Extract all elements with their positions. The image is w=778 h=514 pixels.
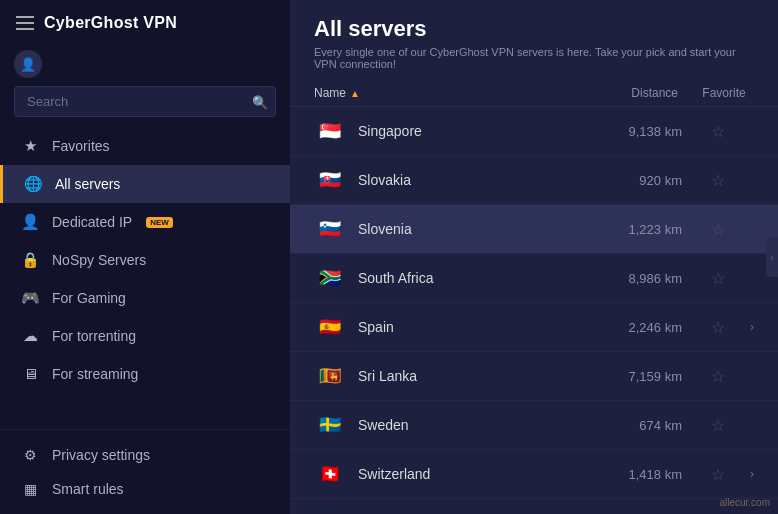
sidebar-nav: ★Favorites🌐All servers👤Dedicated IPNEW🔒N… [0, 127, 290, 429]
sidebar-item-label-streaming: For streaming [52, 366, 138, 382]
server-distance: 7,159 km [608, 369, 698, 384]
favorite-star[interactable]: ☆ [698, 416, 738, 435]
sidebar-item-dedicated-ip[interactable]: 👤Dedicated IPNEW [0, 203, 290, 241]
nospy-icon: 🔒 [20, 251, 40, 269]
flag-slovenia: 🇸🇮 [314, 213, 346, 245]
favorite-star[interactable]: ☆ [698, 122, 738, 141]
server-distance: 674 km [608, 418, 698, 433]
flag-sri-lanka: 🇱🇰 [314, 360, 346, 392]
profile-icon[interactable]: 👤 [14, 50, 42, 78]
sidebar-item-all-servers[interactable]: 🌐All servers [0, 165, 290, 203]
main-subtitle: Every single one of our CyberGhost VPN s… [314, 46, 754, 70]
sidebar-item-gaming[interactable]: 🎮For Gaming [0, 279, 290, 317]
sidebar-item-nospy[interactable]: 🔒NoSpy Servers [0, 241, 290, 279]
sidebar-footer-item-privacy-settings[interactable]: ⚙Privacy settings [0, 438, 290, 472]
sidebar-item-label-torrenting: For torrenting [52, 328, 136, 344]
favorite-star[interactable]: ☆ [698, 220, 738, 239]
sidebar-footer: ⚙Privacy settings▦Smart rules [0, 429, 290, 514]
server-row[interactable]: 🇸🇪Sweden674 km☆ [290, 401, 778, 450]
flag-switzerland: 🇨🇭 [314, 458, 346, 490]
expand-arrow[interactable]: › [738, 467, 754, 481]
sidebar-item-label-gaming: For Gaming [52, 290, 126, 306]
smart-rules-icon1: ▦ [20, 481, 40, 497]
sidebar-item-streaming[interactable]: 🖥For streaming [0, 355, 290, 392]
app-title: CyberGhost VPN [44, 14, 177, 32]
privacy-settings-icon1: ⚙ [20, 447, 40, 463]
server-row[interactable]: 🇹🇼Taiwan8,131 km☆ [290, 499, 778, 514]
server-name: Switzerland [358, 466, 608, 482]
sidebar-item-torrenting[interactable]: ☁For torrenting [0, 317, 290, 355]
favorite-star[interactable]: ☆ [698, 269, 738, 288]
sidebar-item-label-nospy: NoSpy Servers [52, 252, 146, 268]
table-header: Name ▲ Distance Favorite [290, 80, 778, 107]
main-header: All servers Every single one of our Cybe… [290, 0, 778, 80]
favorite-star[interactable]: ☆ [698, 318, 738, 337]
streaming-icon: 🖥 [20, 365, 40, 382]
server-name: Slovakia [358, 172, 608, 188]
dedicated-ip-icon: 👤 [20, 213, 40, 231]
expand-arrow[interactable]: › [738, 320, 754, 334]
server-name: Sri Lanka [358, 368, 608, 384]
sidebar: CyberGhost VPN 👤 🔍 ★Favorites🌐All server… [0, 0, 290, 514]
server-name: Singapore [358, 123, 608, 139]
gaming-icon: 🎮 [20, 289, 40, 307]
server-row[interactable]: 🇨🇭Switzerland1,418 km☆› [290, 450, 778, 499]
flag-spain: 🇪🇸 [314, 311, 346, 343]
favorite-star[interactable]: ☆ [698, 465, 738, 484]
sidebar-item-label-all-servers: All servers [55, 176, 120, 192]
main-title: All servers [314, 16, 754, 42]
server-row[interactable]: 🇸🇮Slovenia1,223 km☆ [290, 205, 778, 254]
col-name-label: Name [314, 86, 346, 100]
menu-icon[interactable] [16, 16, 34, 30]
favorites-icon: ★ [20, 137, 40, 155]
search-icon: 🔍 [252, 94, 268, 109]
all-servers-icon: 🌐 [23, 175, 43, 193]
footer-item-label-smart-rules: Smart rules [52, 481, 124, 497]
flag-sweden: 🇸🇪 [314, 409, 346, 441]
server-distance: 2,246 km [608, 320, 698, 335]
server-row[interactable]: 🇸🇰Slovakia920 km☆ [290, 156, 778, 205]
server-distance: 9,138 km [608, 124, 698, 139]
flag-taiwan: 🇹🇼 [314, 507, 346, 514]
col-favorite-header: Favorite [694, 86, 754, 100]
favorite-star[interactable]: ☆ [698, 367, 738, 386]
torrenting-icon: ☁ [20, 327, 40, 345]
side-panel-handle[interactable]: › [766, 237, 778, 277]
sidebar-footer-item-smart-rules[interactable]: ▦Smart rules [0, 472, 290, 506]
flag-slovakia: 🇸🇰 [314, 164, 346, 196]
favorite-star[interactable]: ☆ [698, 171, 738, 190]
server-row[interactable]: 🇸🇬Singapore9,138 km☆ [290, 107, 778, 156]
sidebar-item-favorites[interactable]: ★Favorites [0, 127, 290, 165]
sidebar-item-label-dedicated-ip: Dedicated IP [52, 214, 132, 230]
col-name-header[interactable]: Name ▲ [314, 86, 604, 100]
main-content: All servers Every single one of our Cybe… [290, 0, 778, 514]
server-name: South Africa [358, 270, 608, 286]
server-distance: 920 km [608, 173, 698, 188]
server-distance: 8,986 km [608, 271, 698, 286]
flag-south-africa: 🇿🇦 [314, 262, 346, 294]
server-name: Slovenia [358, 221, 608, 237]
server-row[interactable]: 🇪🇸Spain2,246 km☆› [290, 303, 778, 352]
sidebar-search: 🔍 [14, 86, 276, 117]
col-distance-header: Distance [604, 86, 694, 100]
server-list: 🇸🇬Singapore9,138 km☆🇸🇰Slovakia920 km☆🇸🇮S… [290, 107, 778, 514]
server-distance: 1,223 km [608, 222, 698, 237]
new-badge: NEW [146, 217, 173, 228]
server-name: Spain [358, 319, 608, 335]
sort-icon: ▲ [350, 88, 360, 99]
server-row[interactable]: 🇱🇰Sri Lanka7,159 km☆ [290, 352, 778, 401]
sidebar-item-label-favorites: Favorites [52, 138, 110, 154]
footer-item-label-privacy-settings: Privacy settings [52, 447, 150, 463]
server-distance: 1,418 km [608, 467, 698, 482]
flag-singapore: 🇸🇬 [314, 115, 346, 147]
sidebar-header: CyberGhost VPN [0, 0, 290, 46]
search-input[interactable] [14, 86, 276, 117]
server-row[interactable]: 🇿🇦South Africa8,986 km☆ [290, 254, 778, 303]
server-name: Sweden [358, 417, 608, 433]
